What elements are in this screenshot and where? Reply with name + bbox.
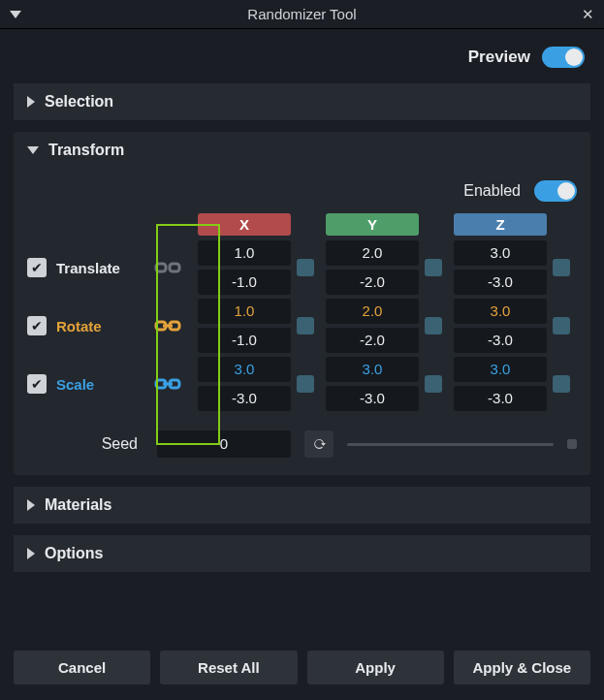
rotate-link-icon[interactable] (143, 317, 192, 334)
axis-header-z: Z (454, 213, 547, 236)
section-title-materials: Materials (45, 496, 111, 514)
svg-rect-0 (156, 264, 166, 271)
section-title-options: Options (45, 545, 103, 562)
rotate-y-low[interactable]: -2.0 (326, 328, 419, 353)
translate-y-low[interactable]: -2.0 (326, 270, 419, 295)
chevron-right-icon (27, 499, 35, 511)
scale-z-drag[interactable] (553, 375, 570, 393)
section-selection: Selection (14, 83, 590, 120)
rotate-checkbox[interactable]: ✔ (27, 316, 47, 335)
transform-body: Enabled X Y Z ✔ Translate (14, 169, 590, 475)
scale-y-high[interactable]: 3.0 (326, 357, 419, 382)
rotate-x-high[interactable]: 1.0 (198, 299, 291, 324)
section-options: Options (14, 535, 590, 572)
seed-slider[interactable] (347, 443, 554, 446)
rotate-label: Rotate (56, 318, 138, 334)
window-title: Randomizer Tool (0, 6, 604, 22)
close-icon[interactable]: ✕ (582, 6, 594, 23)
chevron-right-icon (27, 548, 35, 559)
enabled-row: Enabled (27, 180, 577, 211)
chevron-down-icon (27, 146, 39, 154)
scale-y-drag[interactable] (425, 375, 442, 393)
section-header-options[interactable]: Options (14, 535, 590, 572)
scale-y-low[interactable]: -3.0 (326, 386, 419, 411)
axis-header-y: Y (326, 213, 419, 236)
section-header-selection[interactable]: Selection (14, 83, 590, 120)
transform-grid: X Y Z ✔ Translate 1.0 -1.0 (27, 211, 577, 411)
collapse-icon[interactable] (10, 11, 21, 18)
seed-label: Seed (27, 435, 143, 453)
rotate-y-drag[interactable] (425, 317, 442, 334)
scale-z-low[interactable]: -3.0 (454, 386, 547, 411)
rotate-y-high[interactable]: 2.0 (326, 299, 419, 324)
scale-x-high[interactable]: 3.0 (198, 357, 291, 382)
window-body: Preview Selection Transform Enabled (0, 29, 604, 651)
section-header-transform[interactable]: Transform (14, 132, 590, 169)
translate-z-high[interactable]: 3.0 (454, 240, 547, 266)
translate-x-low[interactable]: -1.0 (198, 270, 291, 295)
apply-close-button[interactable]: Apply & Close (454, 651, 590, 684)
seed-input[interactable]: 0 (157, 430, 291, 458)
seed-slider-end (567, 439, 577, 449)
rotate-z-high[interactable]: 3.0 (454, 299, 547, 324)
preview-label: Preview (468, 48, 530, 67)
scale-checkbox[interactable]: ✔ (27, 374, 47, 394)
titlebar: Randomizer Tool ✕ (0, 0, 604, 29)
svg-rect-1 (170, 264, 179, 271)
rotate-z-drag[interactable] (553, 317, 570, 334)
randomizer-window: Randomizer Tool ✕ Preview Selection Tran… (0, 0, 604, 700)
scale-z-high[interactable]: 3.0 (454, 357, 547, 382)
translate-y-high[interactable]: 2.0 (326, 240, 419, 266)
rotate-x-drag[interactable] (297, 317, 314, 334)
section-header-materials[interactable]: Materials (14, 487, 590, 524)
section-title-selection: Selection (45, 93, 113, 111)
section-transform: Transform Enabled X Y Z (14, 132, 590, 475)
scale-link-icon[interactable] (143, 375, 192, 393)
chevron-right-icon (27, 96, 35, 108)
translate-z-drag[interactable] (553, 259, 570, 276)
preview-toggle[interactable] (542, 47, 585, 68)
rotate-z-low[interactable]: -3.0 (454, 328, 547, 353)
translate-y-drag[interactable] (425, 259, 442, 276)
seed-randomize-button[interactable] (304, 430, 334, 458)
translate-x-high[interactable]: 1.0 (198, 240, 291, 266)
axis-header-x: X (198, 213, 291, 236)
section-title-transform: Transform (48, 142, 124, 159)
reset-all-button[interactable]: Reset All (160, 651, 297, 684)
footer: Cancel Reset All Apply Apply & Close (0, 651, 604, 700)
seed-row: Seed 0 (27, 430, 577, 458)
translate-x-drag[interactable] (297, 259, 314, 276)
translate-label: Translate (56, 260, 138, 276)
scale-x-drag[interactable] (297, 375, 314, 393)
refresh-icon (311, 436, 327, 452)
translate-checkbox[interactable]: ✔ (27, 258, 47, 277)
enabled-toggle[interactable] (534, 180, 577, 202)
enabled-label: Enabled (463, 182, 521, 200)
scale-label: Scale (56, 376, 138, 393)
rotate-x-low[interactable]: -1.0 (198, 328, 291, 353)
translate-z-low[interactable]: -3.0 (454, 270, 547, 295)
translate-link-icon[interactable] (143, 259, 192, 276)
preview-row: Preview (14, 41, 590, 72)
section-materials: Materials (14, 487, 590, 524)
cancel-button[interactable]: Cancel (14, 651, 150, 684)
scale-x-low[interactable]: -3.0 (198, 386, 291, 411)
apply-button[interactable]: Apply (307, 651, 444, 684)
